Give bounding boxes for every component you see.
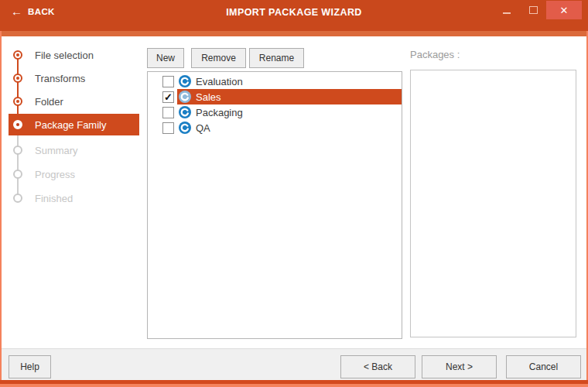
wizard-step-file-selection[interactable]: File selection [0,44,143,66]
rename-button[interactable]: Rename [249,48,304,68]
minimize-button[interactable] [494,1,520,19]
family-row-content[interactable]: Sales [177,89,402,104]
packages-label: Packages : [410,49,460,60]
package-family-icon [179,91,191,103]
package-family-list[interactable]: Evaluation✓SalesPackagingQA [147,71,402,339]
step-label: Transforms [35,73,85,84]
step-label: Package Family [35,119,106,131]
wizard-step-package-family[interactable]: Package Family [0,114,143,135]
remove-button[interactable]: Remove [191,48,246,68]
maximize-icon [529,6,538,14]
family-row-content[interactable]: QA [177,120,402,135]
window-border-bottom-edge [0,384,588,387]
step-label: File selection [35,50,94,61]
new-button[interactable]: New [147,48,184,68]
maximize-button[interactable] [520,1,546,19]
package-family-icon [179,75,191,87]
wizard-step-finished[interactable]: Finished [0,187,143,209]
step-marker-icon [13,194,22,203]
family-row-content[interactable]: Packaging [177,104,402,120]
family-row-evaluation[interactable]: Evaluation [148,74,402,89]
step-label: Summary [35,145,78,156]
family-row-qa[interactable]: QA [148,120,402,135]
wizard-step-summary[interactable]: Summary [0,139,143,161]
family-row-label: Evaluation [196,76,243,87]
packages-list-box[interactable] [410,70,576,337]
checkbox-unchecked[interactable] [162,107,174,118]
window-border-left [0,31,2,387]
step-marker-icon [13,97,22,106]
back-button[interactable]: < Back [340,355,415,378]
step-marker-icon [13,74,22,83]
window-controls: ✕ [494,0,582,20]
family-row-packaging[interactable]: Packaging [148,104,402,120]
package-family-icon [179,106,191,118]
checkbox-unchecked[interactable] [162,122,174,134]
import-package-wizard-window: ← BACK IMPORT PACKAGE WIZARD ✕ File sele… [0,0,588,387]
step-marker-icon [13,146,22,155]
titlebar: ← BACK IMPORT PACKAGE WIZARD ✕ [0,0,588,31]
family-row-sales[interactable]: ✓Sales [148,89,402,104]
wizard-steps-sidebar: File selectionTransformsFolderPackage Fa… [0,36,143,348]
step-marker-icon [13,170,22,179]
wizard-step-progress[interactable]: Progress [0,163,143,185]
step-marker-icon [13,120,22,129]
titlebar-accent-strip [0,31,588,36]
help-button[interactable]: Help [9,355,51,378]
cancel-button[interactable]: Cancel [506,355,581,378]
family-row-label: Packaging [196,107,243,118]
wizard-step-transforms[interactable]: Transforms [0,67,143,89]
minimize-icon [503,12,511,14]
close-icon: ✕ [560,5,569,15]
package-family-icon [179,122,191,134]
step-label: Finished [35,193,73,204]
step-marker-icon [13,50,22,60]
checkbox-unchecked[interactable] [162,76,174,87]
family-row-content[interactable]: Evaluation [177,74,402,89]
next-button[interactable]: Next > [422,355,497,378]
close-button[interactable]: ✕ [546,1,582,19]
footer-bar [0,348,588,381]
family-row-label: Sales [196,91,221,103]
step-label: Folder [35,96,63,108]
family-row-label: QA [196,122,210,134]
checkbox-checked[interactable]: ✓ [162,91,174,103]
wizard-step-folder[interactable]: Folder [0,91,143,112]
step-label: Progress [35,169,75,180]
